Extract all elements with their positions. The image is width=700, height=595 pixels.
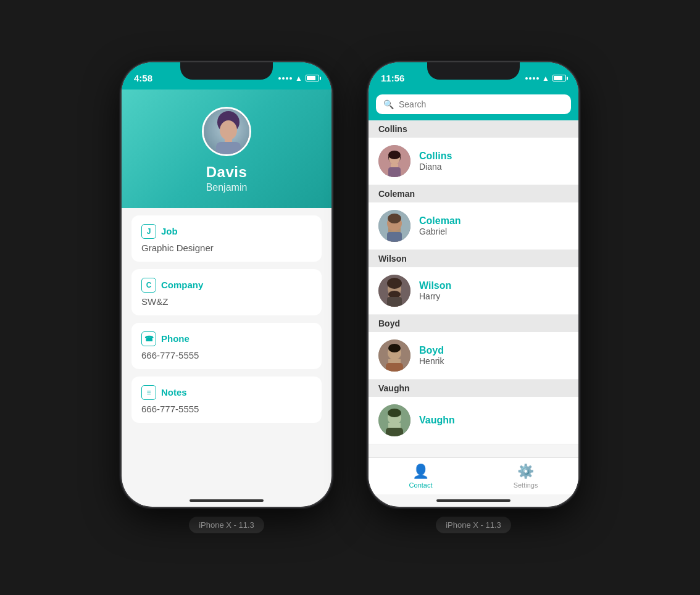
phone2-frame: 11:56 ▲ 🔍 bbox=[369, 62, 578, 507]
contact-info-collins: Collins Diana bbox=[419, 151, 452, 172]
notes-value: 666-777-5555 bbox=[141, 404, 312, 414]
contact-first-name-collins: Diana bbox=[419, 162, 452, 172]
job-value: Graphic Designer bbox=[141, 243, 312, 253]
search-icon: 🔍 bbox=[383, 99, 394, 109]
tab-bar: 👤 Contact ⚙️ Settings bbox=[369, 457, 578, 494]
svg-rect-4 bbox=[216, 142, 241, 156]
job-label: Job bbox=[161, 226, 178, 236]
phone-label-row: ☎ Phone bbox=[141, 331, 312, 346]
section-coleman: Coleman bbox=[369, 185, 578, 202]
section-boyd: Boyd bbox=[369, 315, 578, 332]
phone1-screen: 4:58 ▲ ‹ ‹ bbox=[122, 62, 331, 507]
list-item[interactable]: Collins Diana bbox=[369, 138, 578, 185]
contacts-list: Collins bbox=[369, 120, 578, 497]
list-item[interactable]: Wilson Harry bbox=[369, 267, 578, 315]
settings-tab-icon: ⚙️ bbox=[517, 464, 534, 480]
home-indicator2 bbox=[436, 499, 510, 502]
signal-icon bbox=[278, 77, 292, 80]
avatar-wilson bbox=[378, 275, 410, 307]
phone1-wrapper: 4:58 ▲ ‹ ‹ bbox=[122, 62, 331, 533]
contact-first-name-wilson: Harry bbox=[419, 291, 451, 301]
battery-icon bbox=[306, 75, 319, 81]
wifi-icon2: ▲ bbox=[542, 74, 549, 83]
phone2-time: 11:56 bbox=[381, 73, 404, 83]
svg-rect-21 bbox=[387, 297, 402, 307]
section-wilson: Wilson bbox=[369, 250, 578, 267]
svg-point-24 bbox=[388, 344, 401, 352]
svg-rect-31 bbox=[386, 428, 403, 436]
svg-point-14 bbox=[388, 214, 401, 223]
phone-label: Phone bbox=[161, 333, 190, 344]
contact-first-name-boyd: Henrik bbox=[419, 356, 444, 366]
contact-last-name-boyd: Boyd bbox=[419, 345, 444, 356]
contact-first-name-coleman: Gabriel bbox=[419, 227, 461, 236]
avatar-vaughn bbox=[378, 404, 410, 436]
contact-hero: Davis Benjamin bbox=[122, 89, 331, 208]
list-item[interactable]: Boyd Henrik bbox=[369, 332, 578, 380]
contact-tab-label: Contact bbox=[409, 481, 433, 489]
list-item[interactable]: Coleman Gabriel bbox=[369, 202, 578, 250]
phone2-wrapper: 11:56 ▲ 🔍 bbox=[369, 62, 578, 533]
company-value: SW&Z bbox=[141, 296, 312, 307]
svg-point-29 bbox=[388, 409, 401, 417]
contact-info-wilson: Wilson Harry bbox=[419, 280, 451, 301]
job-icon: J bbox=[141, 224, 156, 239]
signal-icon2 bbox=[525, 77, 539, 80]
phone-section: ☎ Phone 666-777-5555 bbox=[131, 323, 322, 369]
phone1-label: iPhone X - 11.3 bbox=[189, 517, 264, 533]
avatar-collins bbox=[378, 145, 410, 177]
contact-info-boyd: Boyd Henrik bbox=[419, 345, 444, 366]
svg-point-19 bbox=[387, 278, 402, 289]
tab-settings[interactable]: ⚙️ Settings bbox=[514, 464, 538, 489]
phone1-time: 4:58 bbox=[134, 73, 152, 83]
contact-last-name-vaughn: Vaughn bbox=[419, 415, 455, 426]
wifi-icon: ▲ bbox=[295, 74, 302, 83]
svg-rect-26 bbox=[386, 363, 403, 372]
phone2-label: iPhone X - 11.3 bbox=[436, 517, 511, 533]
settings-tab-label: Settings bbox=[514, 481, 538, 489]
avatar-coleman bbox=[378, 210, 410, 242]
phone2-screen: 11:56 ▲ 🔍 bbox=[369, 62, 578, 507]
phone1-notch bbox=[180, 62, 273, 80]
search-input[interactable] bbox=[399, 99, 564, 109]
job-section: J Job Graphic Designer bbox=[131, 215, 322, 262]
avatar bbox=[202, 107, 251, 156]
avatar-boyd bbox=[378, 339, 410, 372]
battery-icon2 bbox=[552, 75, 566, 81]
section-vaughn: Vaughn bbox=[369, 380, 578, 397]
section-collins: Collins bbox=[369, 120, 578, 138]
company-label: Company bbox=[161, 280, 203, 290]
notes-icon: ≡ bbox=[141, 385, 156, 400]
svg-point-2 bbox=[220, 120, 237, 140]
notes-label-row: ≡ Notes bbox=[141, 385, 312, 400]
svg-rect-15 bbox=[387, 232, 402, 242]
svg-point-8 bbox=[388, 151, 401, 159]
list-item[interactable]: Vaughn bbox=[369, 397, 578, 444]
contact-last-name-coleman: Coleman bbox=[419, 215, 461, 227]
company-section: C Company SW&Z bbox=[131, 269, 322, 315]
contact-info-vaughn: Vaughn bbox=[419, 415, 455, 426]
search-bar[interactable]: 🔍 bbox=[376, 94, 571, 114]
company-icon: C bbox=[141, 278, 156, 293]
job-label-row: J Job bbox=[141, 224, 312, 239]
contact-first-name: Benjamin bbox=[206, 182, 248, 193]
avatar-image bbox=[204, 109, 249, 154]
contact-tab-icon: 👤 bbox=[412, 464, 429, 480]
svg-rect-10 bbox=[388, 167, 401, 177]
home-indicator bbox=[190, 499, 264, 502]
phone-value: 666-777-5555 bbox=[141, 350, 312, 360]
phone2-status-icons: ▲ bbox=[525, 74, 566, 83]
phone2-notch bbox=[427, 62, 520, 80]
phone1-status-icons: ▲ bbox=[278, 74, 319, 83]
contact-info-coleman: Coleman Gabriel bbox=[419, 215, 461, 236]
phone1-frame: 4:58 ▲ ‹ ‹ bbox=[122, 62, 331, 507]
company-label-row: C Company bbox=[141, 278, 312, 293]
contact-last-name-wilson: Wilson bbox=[419, 280, 451, 291]
contact-last-name: Davis bbox=[206, 164, 248, 181]
contact-last-name-collins: Collins bbox=[419, 151, 452, 162]
phone-icon: ☎ bbox=[141, 331, 156, 346]
notes-section: ≡ Notes 666-777-5555 bbox=[131, 377, 322, 423]
tab-contact[interactable]: 👤 Contact bbox=[409, 464, 433, 489]
notes-label: Notes bbox=[161, 387, 187, 397]
